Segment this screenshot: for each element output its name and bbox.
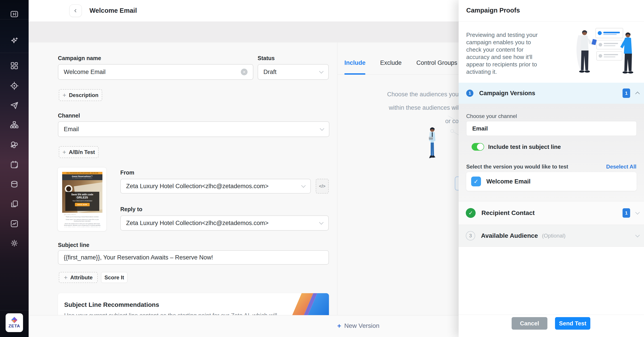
tab-control-groups[interactable]: Control Groups [416,59,457,66]
dashboard-icon[interactable] [9,60,20,71]
status-label: Status [258,55,274,61]
status-select[interactable]: Draft [258,64,329,80]
new-version-button[interactable]: + New Version [337,322,380,330]
campaign-versions-body: Choose your channel Email Include test i… [459,104,644,201]
email-preview-thumbnail[interactable]: CALL FOR BOOKING-RELATED QUESTIONS : 833… [58,167,107,231]
version-card[interactable]: ✓ Welcome Email [466,172,636,191]
helper-line: or co [336,114,459,128]
include-test-toggle[interactable] [472,143,484,151]
plus-icon: + [62,149,66,156]
from-value: Zeta Luxury Hotel Collection<zlhc@zetade… [126,183,302,190]
chevron-left-icon [73,8,78,13]
campaign-name-input[interactable]: Welcome Email ✕ [58,64,253,80]
recipient-contact-title: Recipient Contact [482,209,535,217]
settings-icon[interactable] [9,238,20,248]
versions-count-badge: 1 [622,88,630,98]
chevron-down-icon [635,233,640,237]
add-abn-test-button[interactable]: + A/B/n Test [59,146,98,158]
send-test-button[interactable]: Send Test [555,317,590,330]
sitemap-icon[interactable] [9,120,20,130]
plus-icon: + [337,322,341,330]
deselect-all-link[interactable]: Deselect All [606,164,636,170]
proofs-title: Campaign Proofs [466,7,520,14]
chevron-up-icon [635,92,640,96]
subject-line-value: {{first_name}}, Your Reservation Awaits … [64,254,323,261]
sidebar-toggle-icon[interactable] [9,9,20,19]
toggle-knob [477,143,484,150]
campaign-name-value: Welcome Email [64,69,241,75]
sidebar-divider [0,19,28,19]
code-view-button[interactable]: </> [316,179,329,194]
preview-greeting: {{first_name}}, Welcome [64,214,100,215]
available-audience-row[interactable]: 3 Available Audience (Optional) [459,225,644,247]
version-name: Welcome Email [486,178,531,185]
code-icon: </> [319,184,326,189]
sidebar-divider [0,310,28,311]
campaign-name-label: Campaign name [58,55,101,61]
attribute-button-label: Attribute [70,275,92,281]
reply-to-select[interactable]: Zeta Luxury Hotel Collection<zlhc@zetade… [120,215,329,231]
subject-line-recommendations-card[interactable]: Subject Line Recommendations Use your cu… [58,293,329,315]
send-icon[interactable] [9,100,20,111]
zeta-logo-text: ZETA [8,324,20,329]
subject-line-label: Subject line [58,242,89,248]
ai-sparkle-icon[interactable] [9,36,20,46]
calendar-icon[interactable] [9,160,20,170]
sidebar-divider [0,53,28,53]
cancel-button[interactable]: Cancel [512,317,548,330]
from-label: From [120,169,134,176]
plus-icon: + [62,92,66,99]
step-1-badge: 1 [466,90,474,97]
campaign-versions-header[interactable]: 1 Campaign Versions 1 [459,83,644,104]
subject-line-input[interactable]: {{first_name}}, Your Reservation Awaits … [58,250,329,265]
campaign-versions-title: Campaign Versions [479,90,535,97]
include-tab-underline [344,73,366,75]
back-button[interactable] [69,4,82,17]
gradient-stripes-graphic [289,293,329,315]
add-attribute-button[interactable]: + Attribute [59,272,98,283]
score-it-label: Score It [104,275,124,281]
optional-label: (Optional) [542,233,566,239]
proofs-description: Previewing and testing your campaign ena… [466,31,545,75]
description-button-label: Description [69,92,98,98]
clear-icon[interactable]: ✕ [241,69,248,75]
add-description-button[interactable]: + Description [59,89,102,101]
promo-sub: Your Discount Is Extended [65,200,99,202]
select-version-label: Select the version you would like to tes… [466,164,568,170]
chevron-down-icon [319,69,324,73]
reply-to-label: Reply to [120,206,142,213]
tab-include[interactable]: Include [344,59,366,66]
promo-line: Save 5% with code [65,193,99,196]
segments-icon[interactable] [9,140,20,150]
preview-photo: Save 5% with code GRLE25 Your Discount I… [62,180,102,213]
report-icon[interactable] [9,219,20,229]
step-complete-check-icon: ✓ [466,208,476,218]
preview-brand-band: Guest Reservations™ An independent trave… [62,174,102,180]
audience-helper-text: Choose the audiences you within these au… [336,88,459,128]
database-icon[interactable] [9,179,20,190]
tab-exclude[interactable]: Exclude [380,59,402,66]
preview-body: {{first_name}}, Welcome Thank you for be… [62,213,102,227]
preview-paragraph: Now's the perfect time to find your next… [64,223,100,227]
person-illustration [425,127,439,164]
preview-paragraph: Thank you for becoming a Guest Reservati… [64,216,100,218]
choose-channel-label: Choose your channel [466,113,517,119]
status-value: Draft [264,69,320,75]
from-select[interactable]: Zeta Luxury Hotel Collection<zlhc@zetade… [120,179,311,194]
channel-input[interactable]: Email [466,121,636,136]
connector-decoration [445,112,459,139]
chevron-down-icon [320,126,324,131]
recipient-contact-row[interactable]: ✓ Recipient Contact 1 [459,201,644,224]
copy-icon[interactable] [9,199,20,209]
new-version-label: New Version [344,322,380,330]
reply-to-value: Zeta Luxury Hotel Collection<zlhc@zetade… [126,220,320,227]
zeta-logo[interactable]: ZETA [6,313,23,332]
score-it-button[interactable]: Score It [101,272,128,283]
plus-icon: + [64,274,68,281]
preview-paragraph: Great news! Your welcome discount to sav… [64,219,100,222]
preview-brand: Guest Reservations™ [62,175,102,177]
recommendations-body: Use your current subject line content as… [64,312,292,315]
version-checkbox[interactable]: ✓ [471,177,481,186]
target-icon[interactable] [9,81,20,91]
channel-select[interactable]: Email [58,121,330,137]
